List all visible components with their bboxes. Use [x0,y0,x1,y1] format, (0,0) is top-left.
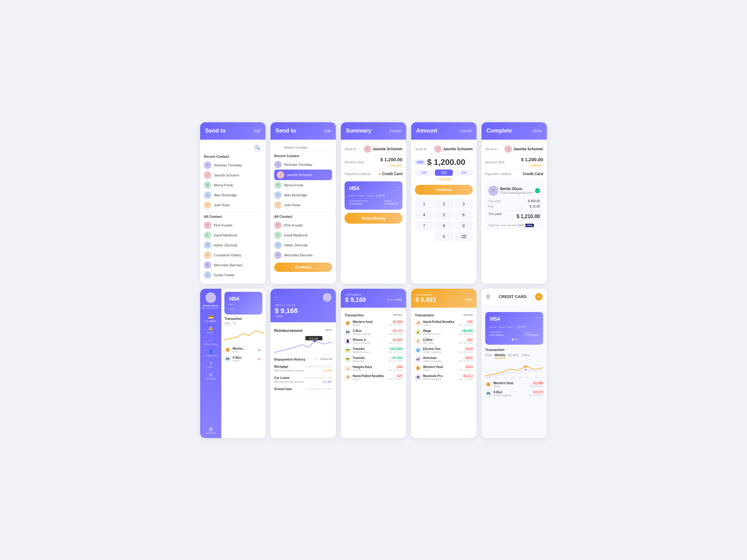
reimbursement-title: Reimbursement More [274,328,332,333]
send-to-body-1: 🔍 Recent Contact N Nicholas Tremblay J J… [200,140,265,284]
contact-name: Jaunita Schumm [287,173,312,177]
cc-expiry-label: Expiry [525,331,539,334]
search-input[interactable] [274,143,332,152]
hamburger-icon[interactable]: ☰ [486,294,490,300]
trans-amount-transfer-1: +$10,500 Mar 28 2018 [388,347,403,353]
cc-card-menu-icon[interactable]: ⋯ [536,315,540,320]
trans-info-macbook: Macbook Pro Online shopping [423,374,443,380]
send-to-edit-1[interactable]: Edit [254,129,260,133]
contact-row: P Pink Kuvalis [274,220,332,230]
contact-row: M Myrna Purdy [204,180,262,190]
cc-chart: Sun Mon Tue Wed Thu Fri Sat [485,360,543,379]
sidebar-user-name: Bertie Olson [203,304,218,307]
numpad-backspace[interactable]: ⌫ [455,232,473,241]
contact-row-highlighted[interactable]: J Jaunita Schumm [274,169,332,180]
food-icon-2: 🍦 [344,365,351,371]
numpad-1[interactable]: 1 [415,199,433,209]
send-to-row: Send to J Jaunita Schumm [344,143,403,155]
contact-name: Alan Buckridge [214,193,237,197]
sign-out[interactable]: ⏻ SIGN OUT [205,427,216,434]
continue-button-amount[interactable]: Continue [415,185,473,195]
trans-orange-header: card balance $ 6,921 +2834 [411,289,476,308]
contact-name: Myrna Purdy [284,183,304,187]
summary-title: Summary [346,128,371,134]
mini-chart-dashboard [225,328,265,343]
avatar: P [274,221,282,229]
tab-daily[interactable]: Daily [225,322,231,326]
food-icon-cc-1: 🍔 [485,381,491,388]
tab-yearly-cc[interactable]: Yearly [521,353,530,358]
trans-armchair: 🛋 Armchair Online shopping -$520 Mar 28 … [415,355,473,364]
sidebar-item-informations[interactable]: ℹ INFO... [200,359,221,370]
trans-amount-noodles-purple: -$25 Mar 28 2018 [388,374,403,380]
tab-weekly-cc[interactable]: Weekly [495,353,505,358]
cc-expiry: 07/04/2018 [525,334,539,337]
search-wrap [274,143,332,152]
tab-weekly[interactable]: W... [233,322,238,326]
trans-orange-body: Transaction Weekly 🍜 Hand-Pulled Noodles… [411,308,476,438]
numpad-3[interactable]: 3 [455,199,473,209]
add-card-button[interactable]: + [535,293,542,300]
amount-cancel[interactable]: Cancel [460,129,471,133]
sidebar-item-notifications[interactable]: 🔔 NOTIF... [200,324,221,336]
sidebar-item-mycards[interactable]: 💳 MY CARDS [200,313,221,324]
trans-western: 🍔 Western food Dinner -$1,980 Mar 28 201… [344,319,403,328]
card-menu-icon[interactable]: ⋯ [395,185,399,189]
trans-info-noodles-orange: Hand-Pulled Noodles Lunch [423,320,455,326]
contact-row: M Mercedes Barrows [204,260,262,270]
continue-button-1[interactable]: Continue [274,263,332,272]
tab-monthly-cc[interactable]: Monthly [508,353,519,358]
search-icon-btn[interactable]: 🔍 [253,143,262,152]
numpad-6[interactable]: 6 [455,210,473,220]
quick-amt-300[interactable]: 300 [455,169,473,176]
sidebar-item-accounts[interactable]: 👤 ACCOUNTS [200,347,221,359]
summary-cancel[interactable]: Cancel [390,129,401,133]
numpad-2[interactable]: 2 [435,199,453,209]
food-icon: 🍔 [225,347,231,353]
card-number-row: Card no. •••• •••• •••• 1995 VISA [488,224,540,227]
trans-amount-western-orange: -$213 Mar 28 2018 [459,365,473,371]
dashboard-main: VISA •••• • Lisa... Transaction Daily W.… [221,289,265,367]
recipient-avatar-receipt: B [488,186,498,196]
sidebar-item-smallloan[interactable]: ○ SMALL LOAN [200,336,221,347]
wage-icon: 💰 [415,329,421,336]
send-money-button[interactable]: Send Money [344,213,403,224]
chart-svg: $ 9,168 [274,336,332,355]
quick-amt-200[interactable]: 200 [435,169,453,176]
numpad-7[interactable]: 7 [415,221,433,231]
trans-coffee: ☕ Coffee Sea Time -$92 Mar 28 2018 [415,337,473,346]
cc-header: ☰ CREDIT CARD + [482,289,547,305]
you-sent-value: $ 400.00 [528,199,540,203]
svg-text:Sat: Sat [535,376,538,379]
trans-amount-coffee: -$92 Mar 28 2018 [459,338,473,344]
show-label: Show [387,298,393,301]
tab-daily-cc[interactable]: Daily [485,353,492,358]
repayment-car: Car Loans 20 Apr 2018 08:51 AM Reimburse… [274,374,332,385]
avatar: N [274,161,282,168]
numpad: 1 2 3 4 5 6 7 8 9 0 ⌫ [415,199,473,241]
contact-row: N Nicholas Tremblay [204,160,262,170]
avatar: J [204,171,211,179]
send-to-edit-2[interactable]: Edit [324,129,331,133]
complete-done[interactable]: Done [533,129,542,133]
numpad-0[interactable]: 0 [435,232,453,241]
back-button[interactable]: ← [275,295,280,300]
quick-amt-100[interactable]: 100 [415,169,433,176]
numpad-4[interactable]: 4 [415,210,433,220]
numpad-8[interactable]: 8 [435,221,453,231]
avatar: M [204,261,211,269]
you-paid-value: $ 1,210.00 [516,214,540,219]
loan-card-num: +1995 [275,315,332,318]
sidebar-item-settings[interactable]: ⚙ SETTINGS [200,370,221,382]
balance-amount-purple: $ 9,168 [345,296,366,303]
contact-name: Mercedes Barrows [284,253,313,257]
numpad-5[interactable]: 5 [435,210,453,220]
fan-icon: 🌀 [415,347,421,353]
numpad-9[interactable]: 9 [455,221,473,231]
settings-icon: ⚙ [209,372,213,377]
trans-wage: 💰 Wage Monthly Income +$8,500 Mar 28 201… [415,328,473,337]
trans-fan: 🌀 Electric Fan Online shopping -$219 Mar… [415,346,473,355]
amount-card: Amount Cancel Send to J Jaunita Schumm U… [411,122,476,284]
avatar: A [274,191,282,199]
contact-row: E Ewell Medhurst [274,230,332,240]
